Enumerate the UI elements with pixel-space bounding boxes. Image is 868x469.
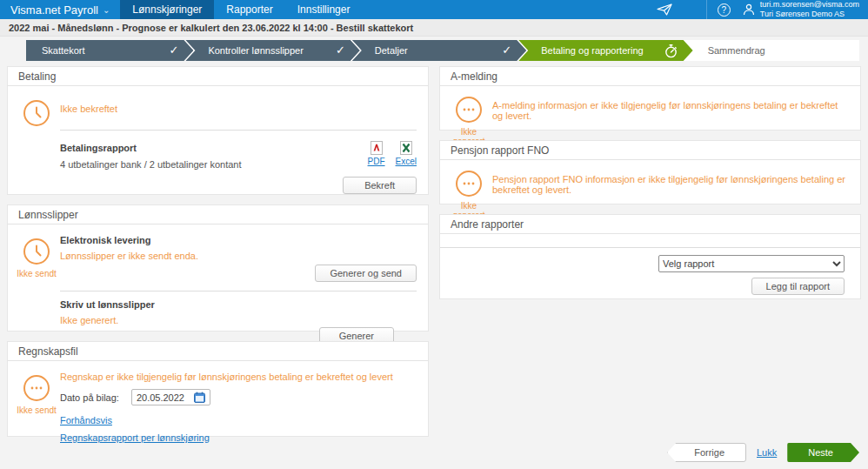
report-select[interactable]: Velg rapport [658,255,845,272]
panel-betaling-title: Betaling [8,67,428,86]
clock-icon [23,238,50,265]
lonnsslipper-content: Elektronisk levering Lønnsslipper er ikk… [60,231,417,345]
help-icon: ? [718,3,731,17]
panel-andre-rapporter: Andre rapporter Velg rapport Legg til ra… [439,214,861,299]
legg-til-rapport-row: Legg til rapport [456,278,845,295]
calendar-icon[interactable] [194,392,205,403]
legg-til-rapport-button[interactable]: Legg til rapport [751,278,845,295]
brand-menu[interactable]: Visma.net Payroll ⌄ [0,0,120,19]
nav-item-rapporter[interactable]: Rapporter [214,0,284,19]
panel-regnskapsfil-title: Regnskapsfil [8,342,428,361]
nav-item-innstillinger[interactable]: Innstillinger [285,0,363,19]
excel-export[interactable]: Excel [396,141,417,170]
betaling-status-text: Ikke bekreftet [60,93,417,114]
check-icon: ✓ [170,40,179,61]
pensjon-status-column: Ikke generert [445,167,492,220]
export-links: PDF Excel [368,139,417,170]
pdf-link[interactable]: PDF [368,157,385,166]
excel-icon [400,141,412,155]
user-company: Turi Sørensen Demo AS [760,10,859,19]
payrun-info-bar: 2022 mai - Månedslønn - Prognose er kalk… [0,19,868,37]
betaling-status-column [13,93,60,194]
divider [60,130,417,131]
date-field[interactable] [131,389,210,405]
neste-button[interactable]: Neste [787,443,859,462]
payroll-page: Visma.net Payroll ⌄ Lønnskjøringer Rappo… [0,0,868,469]
panel-pensjon-title: Pensjon rapport FNO [440,141,860,160]
bekreft-button[interactable]: Bekreft [343,177,417,194]
panel-betaling-body: Ikke bekreftet Betalingsrapport 4 utbeta… [8,86,428,203]
panel-regnskapsfil-body: Ikke sendt Regnskap er ikke tilgjengelig… [8,361,428,452]
pdf-export[interactable]: PDF [368,141,385,170]
lonnsslipper-status-column: Ikke sendt [13,231,60,345]
panel-lonnsslipper: Lønnsslipper Ikke sendt Elektronisk leve… [7,204,429,332]
panel-amelding: A-melding Ikke generert A-melding inform [439,66,861,131]
amelding-message: A-melding informasjon er ikke tilgjengel… [492,93,849,146]
user-icon [743,3,755,16]
regnskapsfil-content: Regnskap er ikke tilgjengelig før lønnsk… [60,368,417,443]
nav-item-lonnskjoringer[interactable]: Lønnskjøringer [120,0,214,19]
date-input[interactable] [137,392,189,403]
regnskapsfil-message: Regnskap er ikke tilgjengelig før lønnsk… [60,368,417,382]
elektronisk-levering-status: Lønnsslipper er ikke sendt enda. [60,251,417,261]
step-label: Sammendrag [708,45,765,56]
step-betaling-og-rapportering[interactable]: Betaling og rapportering [518,40,692,61]
dato-pa-bilag-label: Dato på bilag: [60,392,119,403]
betaling-content: Ikke bekreftet Betalingsrapport 4 utbeta… [60,93,417,194]
forhandsvis-link[interactable]: Forhåndsvis [60,415,112,425]
skriv-ut-title: Skriv ut lønnsslipper [60,299,417,310]
check-icon: ✓ [336,40,345,61]
brand-label: Visma.net Payroll [10,3,98,17]
stopwatch-icon [664,40,678,61]
pdf-icon [371,141,383,155]
amelding-status-column: Ikke generert [445,93,492,146]
excel-link[interactable]: Excel [396,157,417,166]
forhandsvis-row: Forhåndsvis [60,415,417,425]
help-button[interactable]: ? [706,0,741,19]
regnskapsrapport-link[interactable]: Regnskapsrapport per lønnskjøring [60,432,210,443]
betaling-button-row: Bekreft [60,177,417,194]
panel-amelding-title: A-melding [440,67,860,86]
generer-og-send-button[interactable]: Generer og send [315,265,417,282]
step-detaljer[interactable]: Detaljer ✓ [352,40,526,61]
wizard-steps: Skattekort ✓ Kontroller lønnsslipper ✓ D… [26,40,859,61]
forrige-button[interactable]: Forrige [667,443,746,462]
panel-regnskapsfil: Regnskapsfil Ikke sendt Reg [7,341,429,437]
skriv-ut-status: Ikke generert. [60,315,417,325]
betalingsrapport-title: Betalingsrapport [60,143,368,153]
step-label: Skattekort [42,45,85,56]
main-content: Betaling Ikke bekreftet [0,66,868,437]
step-label: Kontroller lønnsslipper [208,45,303,56]
topbar-right: ? turi.m.sorensen@visma.com Turi Sørense… [648,0,868,19]
paper-plane-icon [657,3,673,17]
step-label: Detaljer [375,45,408,56]
step-skattekort[interactable]: Skattekort ✓ [26,40,193,61]
panel-betaling: Betaling Ikke bekreftet [7,66,429,195]
step-kontroller-lonnsslipper[interactable]: Kontroller lønnsslipper ✓ [185,40,359,61]
divider [60,291,417,291]
generer-og-send-row: Generer og send [60,265,417,282]
check-icon: ✓ [502,40,511,61]
right-column: A-melding Ikke generert A-melding inform [439,66,861,299]
wizard-footer: Forrige Lukk Neste [667,443,859,462]
andre-controls: Velg rapport Legg til rapport [440,248,860,304]
regnskapsfil-status-column: Ikke sendt [13,368,60,443]
user-menu[interactable]: turi.m.sorensen@visma.com Turi Sørensen … [741,0,868,19]
step-label: Betaling og rapportering [541,45,643,56]
step-sammendrag[interactable]: Sammendrag [685,40,859,61]
betalingsrapport-info: Betalingsrapport 4 utbetalinger bank / 2… [60,139,368,170]
send-feedback-button[interactable] [648,3,706,17]
left-column: Betaling Ikke bekreftet [7,66,429,437]
user-text: turi.m.sorensen@visma.com Turi Sørensen … [760,0,859,19]
ellipsis-icon [456,97,482,123]
panel-pensjon: Pensjon rapport FNO Ikke generert Pensjo [439,140,861,204]
panel-lonnsslipper-body: Ikke sendt Elektronisk levering Lønnssli… [8,224,428,353]
lukk-link[interactable]: Lukk [757,447,777,458]
lonnsslipper-status-text: Ikke sendt [13,269,60,278]
regnskapsrapport-row: Regnskapsrapport per lønnskjøring [60,432,417,443]
pensjon-message: Pensjon rapport FNO informasjon er ikke … [492,167,849,220]
clock-icon [23,100,50,126]
user-email: turi.m.sorensen@visma.com [760,0,859,10]
ellipsis-icon [456,171,482,197]
betalingsrapport-detail: 4 utbetalinger bank / 2 utbetalinger kon… [60,159,368,170]
